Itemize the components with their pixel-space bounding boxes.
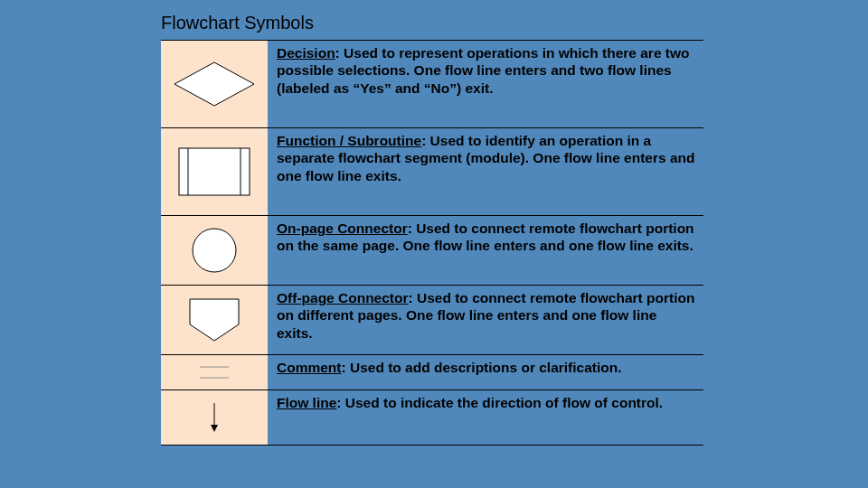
table-row: On-page Connector: Used to connect remot… <box>161 216 703 286</box>
symbol-desc: Function / Subroutine: Used to identify … <box>268 128 703 215</box>
svg-rect-1 <box>179 148 250 195</box>
symbol-text: : Used to indicate the direction of flow… <box>336 395 663 410</box>
decision-icon <box>171 59 258 109</box>
svg-marker-9 <box>211 425 218 432</box>
comment-icon <box>196 362 232 382</box>
symbol-term: Function / Subroutine <box>277 133 421 148</box>
symbol-cell <box>161 390 268 445</box>
symbol-desc: Flow line: Used to indicate the directio… <box>268 390 703 445</box>
svg-marker-0 <box>175 62 254 106</box>
flow-line-icon <box>205 399 223 436</box>
symbol-cell <box>161 128 268 215</box>
table-row: Comment: Used to add descriptions or cla… <box>161 355 703 390</box>
symbol-term: Decision <box>277 45 335 61</box>
symbol-text: : Used to represent operations in which … <box>277 45 690 96</box>
symbol-desc: Comment: Used to add descriptions or cla… <box>268 355 703 389</box>
offpage-connector-icon <box>186 296 242 344</box>
symbol-term: Comment <box>277 360 341 375</box>
symbol-desc: On-page Connector: Used to connect remot… <box>268 216 703 285</box>
symbol-cell <box>161 41 268 127</box>
symbol-cell <box>161 286 268 354</box>
symbol-text: : Used to add descriptions or clarificat… <box>341 360 621 375</box>
symbol-desc: Off-page Connector: Used to connect remo… <box>268 286 703 354</box>
table-row: Function / Subroutine: Used to identify … <box>161 128 703 216</box>
table-row: Flow line: Used to indicate the directio… <box>161 390 703 446</box>
symbol-desc: Decision: Used to represent operations i… <box>268 41 703 127</box>
symbol-term: On-page Connector <box>277 221 408 236</box>
svg-marker-5 <box>190 299 239 341</box>
table-row: Off-page Connector: Used to connect remo… <box>161 286 703 355</box>
page-title: Flowchart Symbols <box>161 13 314 33</box>
onpage-connector-icon <box>189 225 240 276</box>
symbol-term: Flow line <box>277 395 336 410</box>
table-row: Decision: Used to represent operations i… <box>161 41 703 128</box>
symbol-table: Decision: Used to represent operations i… <box>161 40 703 446</box>
subroutine-icon <box>177 146 251 197</box>
svg-point-4 <box>193 229 236 272</box>
symbol-cell <box>161 216 268 285</box>
symbol-cell <box>161 355 268 389</box>
symbol-term: Off-page Connector <box>277 290 409 305</box>
